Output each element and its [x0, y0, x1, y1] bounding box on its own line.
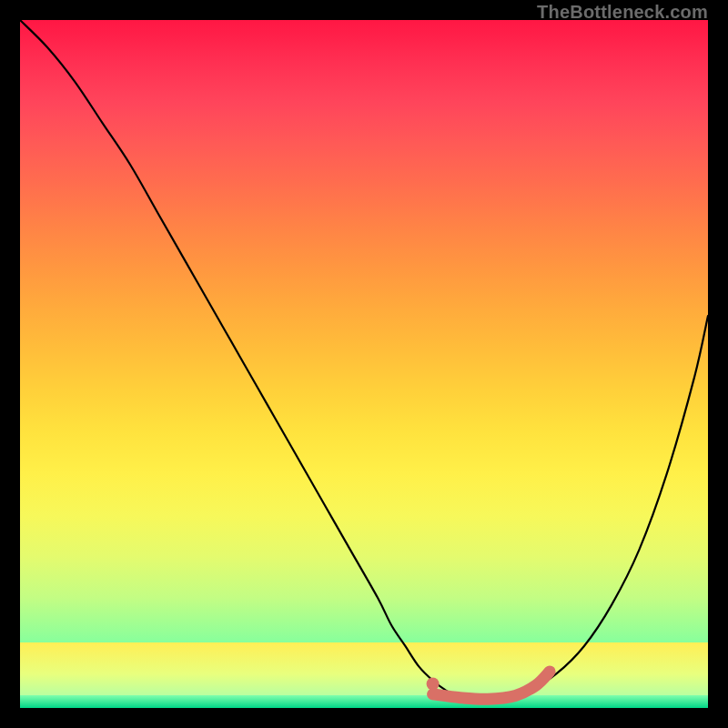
curve-path [20, 20, 708, 702]
bottleneck-curve [20, 20, 708, 708]
chart-frame: TheBottleneck.com [0, 0, 728, 728]
optimal-marker-band [433, 672, 551, 699]
plot-area [20, 20, 708, 708]
